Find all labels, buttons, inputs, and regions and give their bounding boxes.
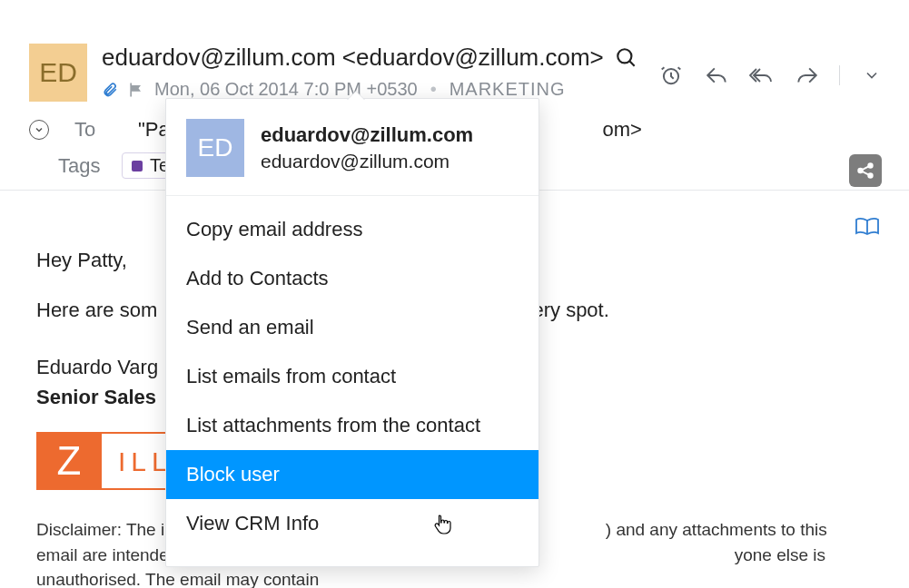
svg-point-0 [618, 49, 631, 63]
forward-icon[interactable] [794, 62, 821, 89]
menu-add-contacts[interactable]: Add to Contacts [166, 254, 538, 303]
collapse-icon[interactable] [29, 120, 49, 140]
meta-separator: • [427, 79, 440, 100]
svg-line-6 [862, 166, 868, 170]
contact-popover: ED eduardov@zillum.com eduardov@zillum.c… [165, 98, 539, 567]
popover-menu: Copy email address Add to Contacts Send … [166, 196, 538, 566]
from-address[interactable]: eduardov@zillum.com <eduardov@zillum.com… [102, 44, 604, 72]
popover-contact-name: eduardov@zillum.com [261, 123, 473, 147]
more-actions-icon[interactable] [858, 62, 885, 89]
email-actions [657, 44, 891, 89]
tag-color-swatch [132, 161, 143, 172]
email-header: ED eduardov@zillum.com <eduardov@zillum.… [0, 0, 909, 102]
menu-copy-email[interactable]: Copy email address [166, 205, 538, 254]
action-divider [839, 65, 840, 85]
sender-avatar[interactable]: ED [29, 44, 87, 102]
popover-avatar: ED [186, 119, 244, 177]
logo-mark: Z [36, 432, 102, 490]
svg-line-7 [862, 172, 868, 175]
popover-contact-email: eduardov@zillum.com [261, 151, 473, 172]
menu-view-crm[interactable]: View CRM Info [166, 499, 538, 548]
reader-view-icon[interactable] [855, 216, 880, 238]
menu-list-emails[interactable]: List emails from contact [166, 352, 538, 401]
share-button[interactable] [849, 154, 882, 187]
email-date: Mon, 06 Oct 2014 7:0 PM +0530 [154, 79, 418, 100]
email-category: MARKETING [450, 79, 566, 100]
menu-send-email[interactable]: Send an email [166, 303, 538, 352]
menu-block-user[interactable]: Block user [166, 450, 538, 499]
cursor-pointer-icon [434, 514, 452, 535]
reply-icon[interactable] [703, 62, 730, 89]
menu-list-attachments[interactable]: List attachments from the contact [166, 401, 538, 450]
attachment-icon[interactable] [102, 80, 118, 100]
reply-all-icon[interactable] [748, 62, 776, 89]
to-label: To [74, 118, 122, 142]
snooze-icon[interactable] [657, 62, 685, 89]
svg-line-1 [629, 61, 634, 65]
flag-icon[interactable] [127, 81, 145, 99]
tags-label: Tags [58, 154, 105, 178]
search-icon[interactable] [615, 46, 638, 70]
popover-header: ED eduardov@zillum.com eduardov@zillum.c… [166, 99, 538, 196]
